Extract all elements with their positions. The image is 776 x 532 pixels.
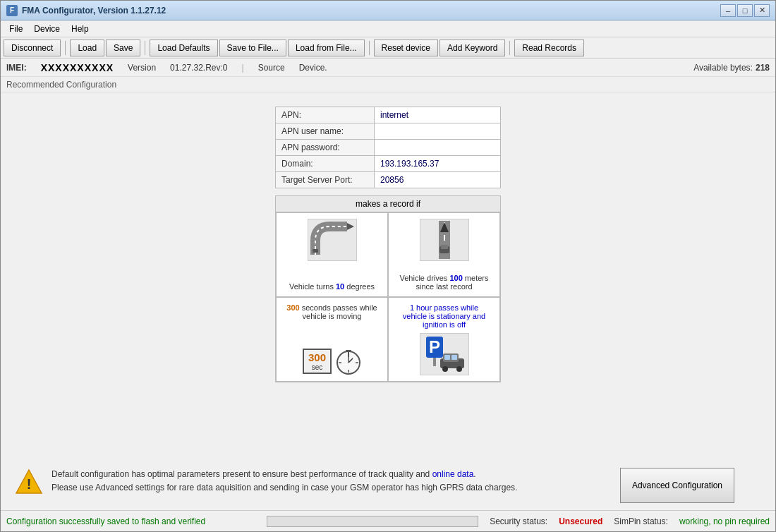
recommended-config-label: Recommended Configuration xyxy=(6,80,116,90)
sub-bar: Recommended Configuration xyxy=(1,77,775,92)
separator-3 xyxy=(369,41,370,55)
apn-password-label: APN password: xyxy=(276,140,375,156)
timer-top-text: 300 seconds passes whilevehicle is movin… xyxy=(286,303,377,320)
apn-username-row: APN user name: xyxy=(276,123,501,140)
parking-record-cell: 1 hour passes whilevehicle is stationary… xyxy=(388,297,500,382)
makes-record-grid: Vehicle turns 10 degrees xyxy=(276,212,500,382)
title-bar-left: F FMA Configurator, Version 1.1.27.12 xyxy=(6,5,166,16)
security-value: Unsecured xyxy=(559,516,602,526)
timer-value: 300 xyxy=(308,351,326,363)
menu-device[interactable]: Device xyxy=(28,22,66,36)
status-bar: Configuration successfully saved to flas… xyxy=(1,510,775,531)
apn-username-label: APN user name: xyxy=(276,123,375,140)
turn-road-icon xyxy=(308,219,356,260)
disconnect-button[interactable]: Disconnect xyxy=(4,40,61,56)
warning-icon: ! xyxy=(15,468,43,498)
domain-row: Domain: xyxy=(276,156,501,172)
minimize-button[interactable]: – xyxy=(720,4,736,17)
save-button[interactable]: Save xyxy=(106,40,140,56)
title-bar: F FMA Configurator, Version 1.1.27.12 – … xyxy=(1,1,775,20)
stopwatch-icon xyxy=(336,347,361,375)
domain-input[interactable] xyxy=(380,159,495,169)
svg-point-27 xyxy=(442,366,448,372)
available-label: Available bytes: xyxy=(693,63,753,73)
apn-password-cell xyxy=(375,140,501,156)
apn-username-cell xyxy=(375,123,501,140)
timer-unit: sec xyxy=(308,363,326,371)
domain-value-cell xyxy=(375,156,501,172)
parking-icon: P xyxy=(420,334,468,375)
imei-label: IMEI: xyxy=(6,63,27,73)
distance-road-icon xyxy=(420,219,468,260)
timer-box: 300 sec xyxy=(303,349,332,374)
distance-icon-container xyxy=(420,219,469,261)
apn-value-cell xyxy=(375,107,501,123)
info-bar-right: Available bytes: 218 xyxy=(693,63,770,73)
svg-rect-24 xyxy=(433,358,436,366)
source-label: Source xyxy=(258,63,285,73)
warning-text: Default configuration has optimal parame… xyxy=(51,468,612,495)
online-text: online data xyxy=(432,469,474,479)
simpin-value: working, no pin required xyxy=(679,516,770,526)
menu-file[interactable]: File xyxy=(4,22,28,36)
read-records-button[interactable]: Read Records xyxy=(514,40,584,56)
svg-rect-6 xyxy=(444,235,445,241)
progress-bar xyxy=(267,516,478,527)
menu-bar: File Device Help xyxy=(1,20,775,37)
title-bar-controls: – □ ✕ xyxy=(720,4,770,17)
apn-password-row: APN password: xyxy=(276,140,501,156)
close-button[interactable]: ✕ xyxy=(754,4,770,17)
warning-section: ! Default configuration has optimal para… xyxy=(1,461,748,510)
load-from-file-button[interactable]: Load from File... xyxy=(288,40,365,56)
load-defaults-button[interactable]: Load Defaults xyxy=(150,40,217,56)
load-button[interactable]: Load xyxy=(70,40,104,56)
config-form-table: APN: APN user name: APN password: xyxy=(275,107,501,188)
app-icon: F xyxy=(6,5,18,16)
turn-record-cell: Vehicle turns 10 degrees xyxy=(276,212,388,297)
simpin-label: SimPin status: xyxy=(614,516,668,526)
turn-icon-container xyxy=(308,219,357,261)
window-title: FMA Configurator, Version 1.1.27.12 xyxy=(22,6,166,16)
turn-text: Vehicle turns 10 degrees xyxy=(289,282,375,291)
parking-top-text: 1 hour passes whilevehicle is stationary… xyxy=(403,303,485,329)
main-content: APN: APN user name: APN password: xyxy=(1,92,775,461)
advanced-configuration-button[interactable]: Advanced Configuration xyxy=(620,468,734,503)
apn-label: APN: xyxy=(276,107,375,123)
distance-text: Vehicle drives 100 meterssince last reco… xyxy=(400,274,489,291)
distance-record-cell: Vehicle drives 100 meterssince last reco… xyxy=(388,212,500,297)
makes-record-header: makes a record if xyxy=(276,196,500,212)
timer-display-container: 300 sec xyxy=(303,347,361,375)
toolbar: Disconnect Load Save Load Defaults Save … xyxy=(1,37,775,59)
menu-help[interactable]: Help xyxy=(66,22,95,36)
svg-point-28 xyxy=(456,366,462,372)
warning-line1: Default configuration has optimal parame… xyxy=(51,469,476,479)
svg-rect-30 xyxy=(451,355,457,360)
apn-password-input[interactable] xyxy=(380,143,495,152)
security-label: Security status: xyxy=(490,516,547,526)
apn-row: APN: xyxy=(276,107,501,123)
warning-line2: Please use Advanced settings for rare da… xyxy=(51,483,517,492)
reset-device-button[interactable]: Reset device xyxy=(374,40,438,56)
status-bar-right: Security status: Unsecured SimPin status… xyxy=(267,516,770,527)
svg-rect-2 xyxy=(313,249,318,253)
target-port-input[interactable] xyxy=(380,175,495,185)
apn-input[interactable] xyxy=(380,110,495,120)
svg-rect-10 xyxy=(441,245,448,249)
svg-text:!: ! xyxy=(27,476,32,492)
separator-1 xyxy=(65,41,66,55)
makes-record-box: makes a record if xyxy=(275,195,501,382)
config-panel: APN: APN user name: APN password: xyxy=(275,107,501,382)
apn-username-input[interactable] xyxy=(380,126,495,136)
imei-value: XXXXXXXXXX xyxy=(41,62,114,73)
version-label: Version xyxy=(128,63,156,73)
add-keyword-button[interactable]: Add Keyword xyxy=(439,40,505,56)
timer-record-cell: 300 seconds passes whilevehicle is movin… xyxy=(276,297,388,382)
divider: | xyxy=(242,63,244,73)
version-value: 01.27.32.Rev:0 xyxy=(170,63,227,73)
restore-button[interactable]: □ xyxy=(737,4,753,17)
info-bar: IMEI: XXXXXXXXXX Version 01.27.32.Rev:0 … xyxy=(1,59,775,77)
svg-rect-29 xyxy=(444,355,450,360)
parking-icon-container: P xyxy=(420,333,469,375)
target-port-row: Target Server Port: xyxy=(276,172,501,188)
save-to-file-button[interactable]: Save to File... xyxy=(219,40,286,56)
